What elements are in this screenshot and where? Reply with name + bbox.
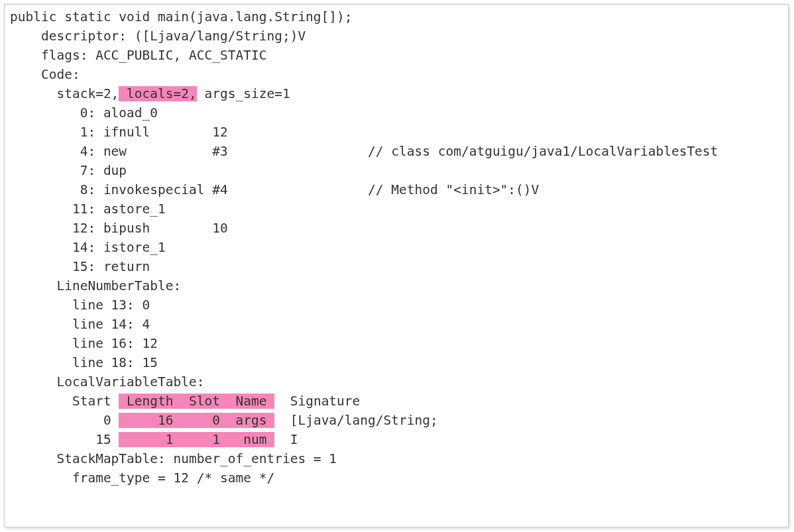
flags-line: flags: ACC_PUBLIC, ACC_STATIC [10, 48, 266, 63]
stack-map-table-line: StackMapTable: number_of_entries = 1 [10, 451, 337, 466]
stack-line-pre: stack=2, [10, 86, 119, 101]
bytecode-line: 0: aload_0 [10, 105, 158, 121]
lvt-row-highlight: 16 0 args [119, 413, 274, 428]
bytecode-line: 1: ifnull 12 [10, 125, 228, 140]
method-signature: public static void main(java.lang.String… [10, 9, 353, 25]
bytecode-line: 7: dup [10, 163, 127, 178]
line-number-entry: line 16: 12 [10, 336, 158, 351]
line-number-entry: line 18: 15 [10, 355, 158, 370]
stack-line-post: args_size=1 [197, 86, 290, 101]
lvt-row-pre: 0 [10, 413, 119, 428]
lvt-header-pre: Start [10, 394, 119, 409]
lvt-row-highlight: 1 1 num [119, 432, 274, 447]
bytecode-line: 14: istore_1 [10, 240, 166, 255]
local-variable-table-label: LocalVariableTable: [10, 374, 205, 390]
frame-type-line: frame_type = 12 /* same */ [10, 470, 274, 486]
bytecode-line: 4: new #3 // class com/atguigu/java1/Loc… [10, 144, 718, 159]
lvt-row-pre: 15 [10, 432, 119, 447]
lvt-row-post: I [274, 432, 298, 447]
bytecode-line: 8: invokespecial #4 // Method "<init>":(… [10, 182, 539, 197]
bytecode-line: 15: return [10, 259, 150, 274]
bytecode-listing-frame: public static void main(java.lang.String… [4, 4, 789, 527]
line-number-table-label: LineNumberTable: [10, 278, 181, 293]
lvt-row-post: [Ljava/lang/String; [274, 413, 438, 428]
line-number-entry: line 14: 4 [10, 317, 150, 332]
code-label: Code: [10, 67, 80, 82]
descriptor-line: descriptor: ([Ljava/lang/String;)V [10, 28, 306, 44]
bytecode-line: 12: bipush 10 [10, 221, 228, 236]
bytecode-line: 11: astore_1 [10, 201, 166, 217]
lvt-header-post: Signature [274, 394, 360, 409]
bytecode-listing: public static void main(java.lang.String… [10, 7, 783, 488]
lvt-header-highlight: Length Slot Name [119, 394, 274, 409]
line-number-entry: line 13: 0 [10, 297, 150, 313]
locals-highlight: locals=2, [119, 86, 196, 101]
